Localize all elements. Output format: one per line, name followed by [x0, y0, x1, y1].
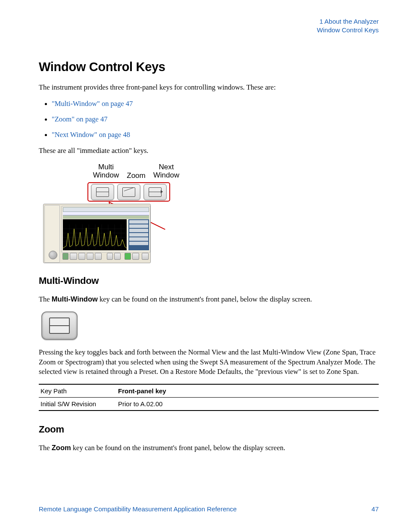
list-item: "Next Window" on page 48: [39, 131, 379, 139]
knob-icon: [49, 251, 57, 259]
post-list-paragraph: These are all "immediate action" keys.: [39, 146, 379, 156]
param-value: Prior to A.02.00: [116, 398, 379, 411]
next-window-key-icon: [143, 184, 167, 200]
multi-window-p1: The Multi-Window key can be found on the…: [39, 294, 379, 305]
label-zoom: Zoom: [127, 171, 145, 180]
multi-window-p2: Pressing the key toggles back and forth …: [39, 348, 379, 377]
param-key: Key Path: [39, 384, 116, 398]
section-title-zoom: Zoom: [39, 424, 379, 435]
param-value: Front-panel key: [116, 384, 379, 398]
bold-key-name: Zoom: [52, 444, 71, 451]
label-next-l2: Window: [153, 171, 179, 179]
page-title: Window Control Keys: [39, 60, 379, 74]
label-next-l1: Next: [159, 163, 174, 171]
label-multi-l2: Window: [93, 171, 119, 179]
list-item: "Multi-Window" on page 47: [39, 100, 379, 108]
section-title-multi-window: Multi-Window: [39, 275, 379, 286]
zoom-p1: The Zoom key can be found on the instrum…: [39, 443, 379, 453]
footer-doc-title: Remote Language Compatibility Measuremen…: [39, 505, 237, 513]
bold-key-name: Multi-Window: [52, 295, 98, 303]
link-next-window[interactable]: "Next Window" on page 48: [52, 131, 130, 139]
link-list: "Multi-Window" on page 47 "Zoom" on page…: [39, 100, 379, 139]
header-section: Window Control Keys: [39, 26, 379, 34]
parameter-table: Key Path Front-panel key Initial S/W Rev…: [39, 384, 379, 411]
param-key: Initial S/W Revision: [39, 398, 116, 411]
table-row: Key Path Front-panel key: [39, 384, 379, 398]
list-item: "Zoom" on page 47: [39, 115, 379, 124]
spectrum-plot-icon: [63, 219, 127, 250]
multi-window-key-icon: [91, 184, 114, 200]
table-row: Initial S/W Revision Prior to A.02.00: [39, 398, 379, 411]
header-chapter: 1 About the Analyzer: [39, 17, 379, 26]
link-zoom[interactable]: "Zoom" on page 47: [52, 115, 107, 123]
link-multi-window[interactable]: "Multi-Window" on page 47: [52, 100, 133, 108]
multi-window-key-large-icon: [41, 311, 78, 340]
figure-front-panel-keys: MultiWindow Zoom NextWindow: [43, 163, 379, 263]
zoom-key-icon: [117, 184, 140, 200]
keys-highlight-box: [87, 182, 170, 202]
label-multi-l1: Multi: [98, 163, 114, 171]
intro-paragraph: The instrument provides three front-pane…: [39, 83, 379, 93]
instrument-illustration: [43, 204, 151, 263]
key-labels-row: MultiWindow Zoom NextWindow: [90, 163, 379, 180]
page-footer: Remote Language Compatibility Measuremen…: [39, 505, 379, 513]
footer-page-number: 47: [371, 505, 379, 513]
page-header: 1 About the Analyzer Window Control Keys: [39, 17, 379, 34]
